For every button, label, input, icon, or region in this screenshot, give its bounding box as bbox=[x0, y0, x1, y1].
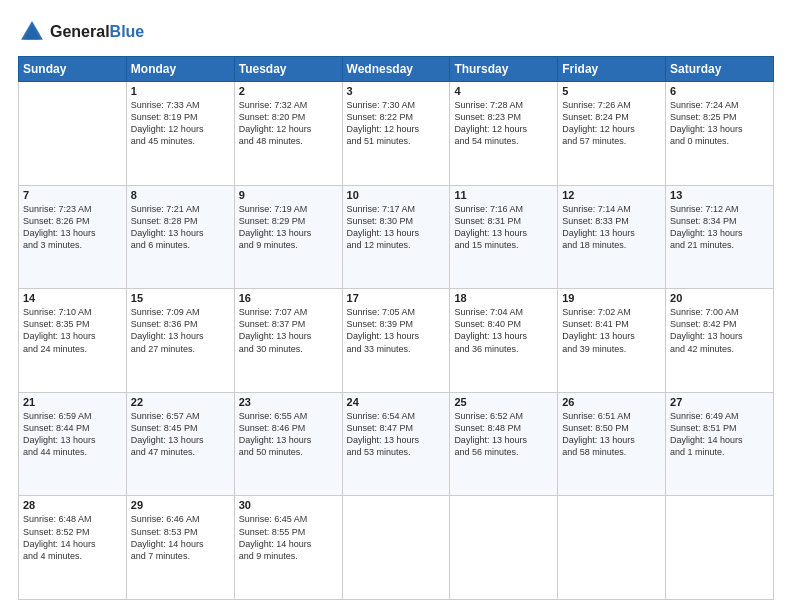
calendar-cell: 29Sunrise: 6:46 AM Sunset: 8:53 PM Dayli… bbox=[126, 496, 234, 600]
day-info: Sunrise: 7:19 AM Sunset: 8:29 PM Dayligh… bbox=[239, 203, 338, 252]
day-number: 8 bbox=[131, 189, 230, 201]
calendar-cell: 17Sunrise: 7:05 AM Sunset: 8:39 PM Dayli… bbox=[342, 289, 450, 393]
day-number: 2 bbox=[239, 85, 338, 97]
day-info: Sunrise: 6:54 AM Sunset: 8:47 PM Dayligh… bbox=[347, 410, 446, 459]
calendar-cell: 14Sunrise: 7:10 AM Sunset: 8:35 PM Dayli… bbox=[19, 289, 127, 393]
day-number: 13 bbox=[670, 189, 769, 201]
calendar-week-row: 7Sunrise: 7:23 AM Sunset: 8:26 PM Daylig… bbox=[19, 185, 774, 289]
day-number: 3 bbox=[347, 85, 446, 97]
calendar-cell: 12Sunrise: 7:14 AM Sunset: 8:33 PM Dayli… bbox=[558, 185, 666, 289]
calendar-cell: 5Sunrise: 7:26 AM Sunset: 8:24 PM Daylig… bbox=[558, 82, 666, 186]
calendar-cell: 1Sunrise: 7:33 AM Sunset: 8:19 PM Daylig… bbox=[126, 82, 234, 186]
calendar-cell: 28Sunrise: 6:48 AM Sunset: 8:52 PM Dayli… bbox=[19, 496, 127, 600]
day-info: Sunrise: 7:23 AM Sunset: 8:26 PM Dayligh… bbox=[23, 203, 122, 252]
day-number: 16 bbox=[239, 292, 338, 304]
calendar-cell: 26Sunrise: 6:51 AM Sunset: 8:50 PM Dayli… bbox=[558, 392, 666, 496]
weekday-tuesday: Tuesday bbox=[234, 57, 342, 82]
day-number: 28 bbox=[23, 499, 122, 511]
day-info: Sunrise: 7:24 AM Sunset: 8:25 PM Dayligh… bbox=[670, 99, 769, 148]
calendar-cell bbox=[666, 496, 774, 600]
day-info: Sunrise: 7:16 AM Sunset: 8:31 PM Dayligh… bbox=[454, 203, 553, 252]
calendar-cell: 21Sunrise: 6:59 AM Sunset: 8:44 PM Dayli… bbox=[19, 392, 127, 496]
day-number: 27 bbox=[670, 396, 769, 408]
day-number: 5 bbox=[562, 85, 661, 97]
day-number: 18 bbox=[454, 292, 553, 304]
day-info: Sunrise: 6:48 AM Sunset: 8:52 PM Dayligh… bbox=[23, 513, 122, 562]
weekday-thursday: Thursday bbox=[450, 57, 558, 82]
calendar-cell bbox=[558, 496, 666, 600]
day-number: 1 bbox=[131, 85, 230, 97]
calendar-cell: 27Sunrise: 6:49 AM Sunset: 8:51 PM Dayli… bbox=[666, 392, 774, 496]
day-number: 17 bbox=[347, 292, 446, 304]
calendar-cell: 2Sunrise: 7:32 AM Sunset: 8:20 PM Daylig… bbox=[234, 82, 342, 186]
calendar-cell: 18Sunrise: 7:04 AM Sunset: 8:40 PM Dayli… bbox=[450, 289, 558, 393]
day-info: Sunrise: 6:51 AM Sunset: 8:50 PM Dayligh… bbox=[562, 410, 661, 459]
day-info: Sunrise: 6:52 AM Sunset: 8:48 PM Dayligh… bbox=[454, 410, 553, 459]
calendar-cell: 11Sunrise: 7:16 AM Sunset: 8:31 PM Dayli… bbox=[450, 185, 558, 289]
weekday-wednesday: Wednesday bbox=[342, 57, 450, 82]
calendar-cell: 6Sunrise: 7:24 AM Sunset: 8:25 PM Daylig… bbox=[666, 82, 774, 186]
calendar-cell: 7Sunrise: 7:23 AM Sunset: 8:26 PM Daylig… bbox=[19, 185, 127, 289]
day-number: 19 bbox=[562, 292, 661, 304]
day-info: Sunrise: 6:49 AM Sunset: 8:51 PM Dayligh… bbox=[670, 410, 769, 459]
day-number: 29 bbox=[131, 499, 230, 511]
calendar-cell: 13Sunrise: 7:12 AM Sunset: 8:34 PM Dayli… bbox=[666, 185, 774, 289]
weekday-friday: Friday bbox=[558, 57, 666, 82]
calendar-cell bbox=[450, 496, 558, 600]
calendar-cell: 20Sunrise: 7:00 AM Sunset: 8:42 PM Dayli… bbox=[666, 289, 774, 393]
page: GeneralBlue SundayMondayTuesdayWednesday… bbox=[0, 0, 792, 612]
day-number: 14 bbox=[23, 292, 122, 304]
day-info: Sunrise: 6:55 AM Sunset: 8:46 PM Dayligh… bbox=[239, 410, 338, 459]
calendar-cell: 4Sunrise: 7:28 AM Sunset: 8:23 PM Daylig… bbox=[450, 82, 558, 186]
day-info: Sunrise: 7:10 AM Sunset: 8:35 PM Dayligh… bbox=[23, 306, 122, 355]
day-info: Sunrise: 7:12 AM Sunset: 8:34 PM Dayligh… bbox=[670, 203, 769, 252]
day-number: 23 bbox=[239, 396, 338, 408]
calendar-cell: 3Sunrise: 7:30 AM Sunset: 8:22 PM Daylig… bbox=[342, 82, 450, 186]
day-number: 11 bbox=[454, 189, 553, 201]
day-info: Sunrise: 7:26 AM Sunset: 8:24 PM Dayligh… bbox=[562, 99, 661, 148]
day-info: Sunrise: 7:04 AM Sunset: 8:40 PM Dayligh… bbox=[454, 306, 553, 355]
calendar-cell: 24Sunrise: 6:54 AM Sunset: 8:47 PM Dayli… bbox=[342, 392, 450, 496]
calendar-cell: 15Sunrise: 7:09 AM Sunset: 8:36 PM Dayli… bbox=[126, 289, 234, 393]
calendar-cell: 8Sunrise: 7:21 AM Sunset: 8:28 PM Daylig… bbox=[126, 185, 234, 289]
day-info: Sunrise: 6:57 AM Sunset: 8:45 PM Dayligh… bbox=[131, 410, 230, 459]
calendar-cell: 10Sunrise: 7:17 AM Sunset: 8:30 PM Dayli… bbox=[342, 185, 450, 289]
calendar-week-row: 1Sunrise: 7:33 AM Sunset: 8:19 PM Daylig… bbox=[19, 82, 774, 186]
calendar-cell: 22Sunrise: 6:57 AM Sunset: 8:45 PM Dayli… bbox=[126, 392, 234, 496]
logo-text: GeneralBlue bbox=[50, 23, 144, 41]
day-info: Sunrise: 7:21 AM Sunset: 8:28 PM Dayligh… bbox=[131, 203, 230, 252]
day-info: Sunrise: 7:30 AM Sunset: 8:22 PM Dayligh… bbox=[347, 99, 446, 148]
day-info: Sunrise: 7:02 AM Sunset: 8:41 PM Dayligh… bbox=[562, 306, 661, 355]
day-number: 22 bbox=[131, 396, 230, 408]
day-info: Sunrise: 6:45 AM Sunset: 8:55 PM Dayligh… bbox=[239, 513, 338, 562]
weekday-saturday: Saturday bbox=[666, 57, 774, 82]
day-number: 7 bbox=[23, 189, 122, 201]
calendar-cell: 25Sunrise: 6:52 AM Sunset: 8:48 PM Dayli… bbox=[450, 392, 558, 496]
calendar-cell: 30Sunrise: 6:45 AM Sunset: 8:55 PM Dayli… bbox=[234, 496, 342, 600]
day-number: 26 bbox=[562, 396, 661, 408]
weekday-header-row: SundayMondayTuesdayWednesdayThursdayFrid… bbox=[19, 57, 774, 82]
calendar-cell: 19Sunrise: 7:02 AM Sunset: 8:41 PM Dayli… bbox=[558, 289, 666, 393]
day-number: 24 bbox=[347, 396, 446, 408]
day-number: 10 bbox=[347, 189, 446, 201]
day-number: 4 bbox=[454, 85, 553, 97]
calendar-cell bbox=[342, 496, 450, 600]
day-number: 9 bbox=[239, 189, 338, 201]
day-info: Sunrise: 7:32 AM Sunset: 8:20 PM Dayligh… bbox=[239, 99, 338, 148]
calendar-table: SundayMondayTuesdayWednesdayThursdayFrid… bbox=[18, 56, 774, 600]
day-info: Sunrise: 6:59 AM Sunset: 8:44 PM Dayligh… bbox=[23, 410, 122, 459]
calendar-week-row: 28Sunrise: 6:48 AM Sunset: 8:52 PM Dayli… bbox=[19, 496, 774, 600]
day-number: 21 bbox=[23, 396, 122, 408]
day-number: 20 bbox=[670, 292, 769, 304]
logo: GeneralBlue bbox=[18, 18, 144, 46]
day-number: 30 bbox=[239, 499, 338, 511]
day-info: Sunrise: 6:46 AM Sunset: 8:53 PM Dayligh… bbox=[131, 513, 230, 562]
day-number: 25 bbox=[454, 396, 553, 408]
day-info: Sunrise: 7:17 AM Sunset: 8:30 PM Dayligh… bbox=[347, 203, 446, 252]
calendar-cell: 9Sunrise: 7:19 AM Sunset: 8:29 PM Daylig… bbox=[234, 185, 342, 289]
calendar-cell: 23Sunrise: 6:55 AM Sunset: 8:46 PM Dayli… bbox=[234, 392, 342, 496]
calendar-week-row: 14Sunrise: 7:10 AM Sunset: 8:35 PM Dayli… bbox=[19, 289, 774, 393]
calendar-week-row: 21Sunrise: 6:59 AM Sunset: 8:44 PM Dayli… bbox=[19, 392, 774, 496]
calendar-cell: 16Sunrise: 7:07 AM Sunset: 8:37 PM Dayli… bbox=[234, 289, 342, 393]
logo-icon bbox=[18, 18, 46, 46]
